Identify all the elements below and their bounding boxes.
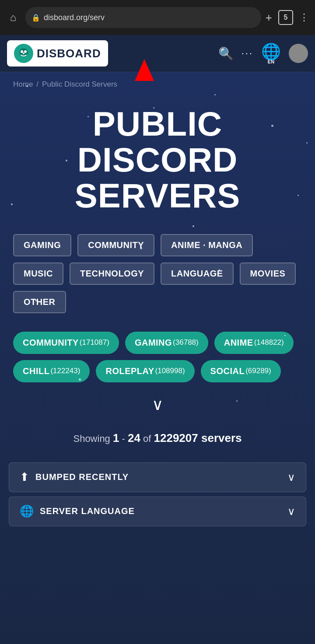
globe-icon: 🌐 xyxy=(261,42,281,61)
expand-tags-button[interactable]: ∨ xyxy=(0,387,315,423)
browser-menu-icon[interactable]: ⋮ xyxy=(299,12,310,23)
category-tag[interactable]: LANGUAGE xyxy=(161,262,233,285)
title-line-2: SERVERS xyxy=(75,176,240,215)
filter-bar-chevron-icon: ∨ xyxy=(287,471,295,483)
tag-pill-name: ROLEPLAY xyxy=(105,366,154,376)
breadcrumb-home[interactable]: Home xyxy=(13,80,33,89)
category-tag[interactable]: ANIME · MANGA xyxy=(161,234,253,256)
tag-pill-count: (148822) xyxy=(254,338,284,347)
filter-bar-label: SERVER LANGUAGE xyxy=(40,506,281,516)
language-label: EN xyxy=(268,59,274,64)
hero-title: PUBLIC DISCORD SERVERS xyxy=(0,89,315,218)
language-globe-icon: 🌐 xyxy=(20,504,34,518)
showing-end: 24 xyxy=(128,431,140,444)
showing-results: Showing 1 - 24 of 1229207 servers xyxy=(0,423,315,458)
breadcrumb-separator: / xyxy=(36,80,38,89)
tag-pill-count: (122243) xyxy=(50,367,80,375)
tag-pill-name: COMMUNITY xyxy=(23,338,79,348)
main-content: Home / Public Discord Servers PUBLIC DIS… xyxy=(0,72,315,641)
tag-pill[interactable]: ANIME(148822) xyxy=(214,332,294,354)
tag-pill-name: CHILL xyxy=(23,366,49,376)
search-button[interactable]: 🔍 xyxy=(218,46,234,61)
showing-dash: - xyxy=(119,433,128,444)
bump-icon: ⬆ xyxy=(20,470,29,484)
category-tag[interactable]: COMMUNITY xyxy=(77,234,154,256)
new-tab-icon[interactable]: + xyxy=(266,11,272,24)
header-right: 🔍 ··· 🌐 EN xyxy=(218,42,308,64)
browser-chrome: ⌂ 🔒 disboard.org/serv + 5 ⋮ xyxy=(0,0,315,35)
site-header: DISBOARD 🔍 ··· 🌐 EN xyxy=(0,35,315,72)
showing-suffix: servers xyxy=(198,431,242,444)
breadcrumb: Home / Public Discord Servers xyxy=(0,72,315,89)
filter-bars: ⬆BUMPED RECENTLY∨🌐SERVER LANGUAGE∨ xyxy=(0,458,315,535)
url-text: disboard.org/serv xyxy=(44,13,255,22)
logo-container[interactable]: DISBOARD xyxy=(7,40,108,66)
page-title: PUBLIC DISCORD SERVERS xyxy=(9,106,306,214)
logo-icon xyxy=(14,44,33,63)
more-options-button[interactable]: ··· xyxy=(242,48,253,59)
tag-pill-count: (36788) xyxy=(173,338,199,347)
tag-pills: COMMUNITY(171087)GAMING(36788)ANIME(1488… xyxy=(0,318,315,387)
arrow-annotation xyxy=(135,59,154,81)
tag-pill-name: ANIME xyxy=(224,338,253,348)
red-arrow-icon xyxy=(135,59,154,81)
tag-pill-count: (171087) xyxy=(80,338,109,347)
filter-bar-label: BUMPED RECENTLY xyxy=(35,472,281,482)
tabs-count-badge[interactable]: 5 xyxy=(278,10,293,25)
filter-bar-0[interactable]: ⬆BUMPED RECENTLY∨ xyxy=(9,462,306,492)
tag-pill[interactable]: CHILL(122243) xyxy=(13,360,90,382)
title-line-1: PUBLIC DISCORD xyxy=(77,105,238,179)
showing-label: Showing xyxy=(73,433,113,444)
showing-mid: of xyxy=(140,433,154,444)
category-tag[interactable]: TECHNOLOGY xyxy=(70,262,154,285)
tag-pill-count: (108998) xyxy=(155,367,185,375)
logo-text: DISBOARD xyxy=(37,47,101,60)
filter-bar-1[interactable]: 🌐SERVER LANGUAGE∨ xyxy=(9,497,306,526)
language-button[interactable]: 🌐 EN xyxy=(261,42,281,64)
user-avatar[interactable] xyxy=(289,44,308,63)
category-filters: GAMINGCOMMUNITYANIME · MANGAMUSICTECHNOL… xyxy=(0,218,315,318)
category-tag[interactable]: OTHER xyxy=(13,291,66,313)
category-tag[interactable]: GAMING xyxy=(13,234,71,256)
showing-start: 1 xyxy=(113,431,119,444)
tag-pill-name: SOCIAL xyxy=(210,366,245,376)
browser-home-icon[interactable]: ⌂ xyxy=(5,11,21,24)
category-tag[interactable]: MUSIC xyxy=(13,262,63,285)
chevron-down-icon: ∨ xyxy=(152,396,163,413)
svg-point-2 xyxy=(21,50,23,53)
filter-bar-chevron-icon: ∨ xyxy=(287,505,295,518)
category-tag[interactable]: MOVIES xyxy=(240,262,296,285)
browser-address-bar[interactable]: 🔒 disboard.org/serv xyxy=(25,7,261,28)
tag-pill-count: (69289) xyxy=(245,367,271,375)
showing-total: 1229207 xyxy=(154,431,198,444)
browser-actions: + 5 ⋮ xyxy=(266,10,310,25)
breadcrumb-current: Public Discord Servers xyxy=(42,80,117,89)
tag-pill[interactable]: GAMING(36788) xyxy=(125,332,208,354)
svg-point-3 xyxy=(24,50,27,53)
tag-pill[interactable]: SOCIAL(69289) xyxy=(201,360,281,382)
tag-pill[interactable]: ROLEPLAY(108998) xyxy=(96,360,194,382)
tag-pill[interactable]: COMMUNITY(171087) xyxy=(13,332,119,354)
svg-point-4 xyxy=(23,52,24,54)
lock-icon: 🔒 xyxy=(32,14,40,22)
tag-pill-name: GAMING xyxy=(135,338,172,348)
